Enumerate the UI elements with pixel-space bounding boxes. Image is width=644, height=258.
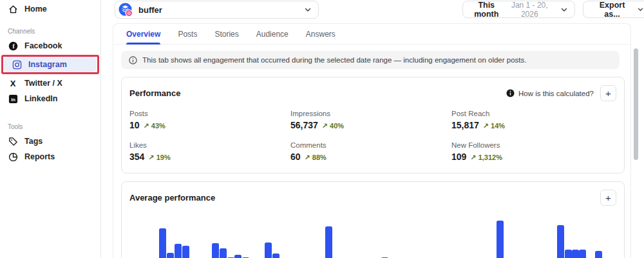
chart-bar xyxy=(159,228,166,258)
chart-bar xyxy=(579,250,586,258)
sidebar-item-label: LinkedIn xyxy=(24,94,57,103)
sidebar-item-label: Facebook xyxy=(24,41,62,50)
chevron-down-icon xyxy=(637,6,644,13)
add-metric-button[interactable]: + xyxy=(600,85,616,101)
sidebar-item-twitter-x[interactable]: X Twitter / X xyxy=(0,75,100,91)
metric-post-reach: Post Reach 15,817↗ 14% xyxy=(451,110,616,130)
sidebar-item-facebook[interactable]: f Facebook xyxy=(0,38,100,54)
metric-value: 10 xyxy=(129,120,140,130)
sidebar-item-tags[interactable]: Tags xyxy=(0,134,100,149)
up-right-arrow-icon: ↗ xyxy=(305,154,310,161)
chart-bar xyxy=(595,251,602,258)
sidebar-item-instagram[interactable]: Instagram xyxy=(4,57,97,72)
tab-audience[interactable]: Audience xyxy=(256,24,289,45)
sidebar-item-home[interactable]: Home xyxy=(0,1,100,17)
up-right-arrow-icon: ↗ xyxy=(470,154,476,161)
chart-bar xyxy=(565,250,572,258)
chart-bar xyxy=(557,225,564,258)
chart-bar xyxy=(234,255,242,258)
chevron-down-icon xyxy=(304,6,312,14)
metric-label: Post Reach xyxy=(451,110,616,117)
main-content: buffer This month Jan 1 - 20, 2026 Expor… xyxy=(101,0,644,258)
chart-bar xyxy=(220,248,227,258)
tab-bar: Overview Posts Stories Audience Answers xyxy=(113,24,630,45)
metric-value: 109 xyxy=(451,152,466,162)
metric-comments: Comments 60↗ 88% xyxy=(290,141,451,162)
date-range-selector[interactable]: This month Jan 1 - 20, 2026 xyxy=(462,1,575,18)
tab-answers[interactable]: Answers xyxy=(306,24,336,45)
metric-delta: ↗ 14% xyxy=(483,122,505,130)
sidebar-item-label: Reports xyxy=(24,152,55,161)
annotation-highlight-box: Instagram xyxy=(1,55,99,74)
metric-likes: Likes 354↗ 19% xyxy=(129,141,290,162)
metric-delta: ↗ 1,312% xyxy=(470,154,502,162)
metric-delta: ↗ 19% xyxy=(148,154,170,162)
chart-bar xyxy=(272,253,279,258)
channel-selector[interactable]: buffer xyxy=(115,1,319,19)
instagram-icon xyxy=(12,59,22,70)
metric-label: Posts xyxy=(129,110,290,117)
chart-bar xyxy=(325,226,332,258)
sidebar-item-reports[interactable]: Reports xyxy=(0,149,100,164)
sidebar: Home Channels f Facebook Instagram X Twi… xyxy=(0,0,101,258)
metric-label: Impressions xyxy=(290,110,451,117)
chart-bar xyxy=(182,246,189,258)
performance-metrics: Posts 10↗ 43% Impressions 56,737↗ 40% Po… xyxy=(122,101,624,162)
up-right-arrow-icon: ↗ xyxy=(144,122,149,130)
metric-value: 15,817 xyxy=(451,120,479,130)
chart-bar xyxy=(167,253,174,258)
home-icon xyxy=(8,4,18,14)
metric-impressions: Impressions 56,737↗ 40% xyxy=(290,110,451,130)
reports-icon xyxy=(8,152,18,162)
metric-delta: ↗ 88% xyxy=(305,154,327,162)
performance-card: Performance How is this calculated? + Po… xyxy=(121,77,625,174)
metric-posts: Posts 10↗ 43% xyxy=(129,110,290,130)
info-icon xyxy=(129,56,137,64)
tab-posts[interactable]: Posts xyxy=(178,24,197,45)
chart-bar xyxy=(265,243,272,258)
sidebar-item-label: Tags xyxy=(24,137,43,146)
info-banner: This tab shows all engagement that occur… xyxy=(121,51,620,69)
export-button[interactable]: Export as... xyxy=(583,1,644,18)
analytics-panel: Overview Posts Stories Audience Answers … xyxy=(113,23,631,258)
up-right-arrow-icon: ↗ xyxy=(483,122,489,130)
export-button-label: Export as... xyxy=(591,1,633,19)
average-performance-chart xyxy=(122,182,624,258)
metric-value: 354 xyxy=(129,152,144,162)
metric-value: 56,737 xyxy=(290,120,318,130)
scrollbar[interactable] xyxy=(634,23,639,258)
sidebar-section-title-tools: Tools xyxy=(8,123,100,130)
how-calculated-label: How is this calculated? xyxy=(518,90,594,97)
metric-label: Likes xyxy=(129,141,290,149)
scrollbar-thumb[interactable] xyxy=(634,48,638,160)
linkedin-icon: in xyxy=(8,94,18,104)
metric-delta: ↗ 40% xyxy=(322,122,344,130)
performance-card-title: Performance xyxy=(129,88,180,98)
chart-bar xyxy=(572,250,579,258)
metric-value: 60 xyxy=(290,152,301,162)
sidebar-item-linkedin[interactable]: in LinkedIn xyxy=(0,91,100,106)
date-range-label: Jan 1 - 20, 2026 xyxy=(507,1,551,19)
tab-overview[interactable]: Overview xyxy=(126,24,160,45)
chart-bar xyxy=(212,243,219,258)
info-filled-icon xyxy=(506,89,515,97)
svg-text:in: in xyxy=(11,96,15,102)
sidebar-item-label: Home xyxy=(24,5,47,14)
buffer-instagram-avatar xyxy=(118,3,133,17)
metric-label: New Followers xyxy=(451,141,616,149)
metric-delta: ↗ 43% xyxy=(144,122,166,130)
tag-icon xyxy=(8,136,18,146)
up-right-arrow-icon: ↗ xyxy=(148,154,154,161)
how-calculated-link[interactable]: How is this calculated? xyxy=(506,89,594,97)
metric-label: Comments xyxy=(290,141,451,149)
chevron-down-icon xyxy=(560,6,568,14)
sidebar-item-label: Instagram xyxy=(28,60,67,69)
chart-bar xyxy=(175,244,182,258)
sidebar-item-label: Twitter / X xyxy=(24,79,62,88)
metric-new-followers: New Followers 109↗ 1,312% xyxy=(451,141,616,162)
tab-stories[interactable]: Stories xyxy=(214,24,238,45)
up-right-arrow-icon: ↗ xyxy=(322,122,328,130)
facebook-icon: f xyxy=(8,41,18,51)
twitter-x-icon: X xyxy=(8,78,18,88)
average-performance-card: Average performance + xyxy=(121,181,625,258)
